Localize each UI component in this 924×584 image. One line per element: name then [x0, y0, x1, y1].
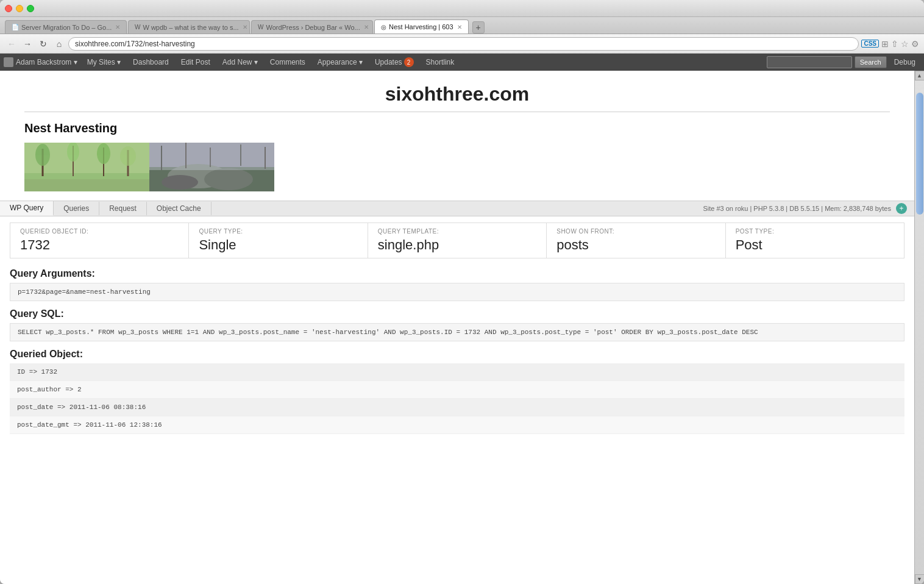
stat-value-query-template: single.php — [378, 237, 536, 253]
wp-admin-appearance[interactable]: Appearance ▾ — [311, 54, 369, 71]
my-sites-label: My Sites ▾ — [87, 58, 121, 66]
stat-label-query-type: QUERY TYPE: — [199, 228, 357, 235]
svg-point-3 — [35, 144, 50, 166]
svg-point-15 — [162, 175, 198, 190]
post-content: Nest Harvesting — [0, 112, 914, 201]
new-tab-button[interactable]: + — [472, 21, 485, 34]
query-sql-title: Query SQL: — [10, 308, 904, 319]
svg-point-14 — [204, 168, 253, 190]
tab-icon: 📄 — [12, 24, 19, 30]
tab-close-icon[interactable]: ✕ — [115, 24, 120, 30]
tab-server-migration[interactable]: 📄 Server Migration To Do – Go... ✕ — [5, 20, 127, 34]
user-avatar — [4, 57, 13, 67]
tab-icon: ◎ — [381, 24, 386, 30]
debug-expand-button[interactable]: + — [896, 203, 907, 214]
share-icon[interactable]: ⇧ — [891, 39, 898, 49]
close-button[interactable] — [5, 5, 12, 12]
stat-post-type: POST TYPE: Post — [726, 223, 904, 258]
tab-label: WordPress › Debug Bar « Wo... — [266, 24, 360, 31]
stat-queried-object-id: QUERIED OBJECT ID: 1732 — [10, 223, 189, 258]
debug-tab-wp-query[interactable]: WP Query — [0, 201, 54, 216]
refresh-button[interactable]: ↻ — [37, 37, 50, 51]
scrollbar-down-arrow[interactable]: ▼ — [915, 574, 925, 584]
settings-icon[interactable]: ⚙ — [911, 39, 919, 49]
tab-close-icon[interactable]: ✕ — [457, 24, 462, 30]
debug-tab-object-cache-label: Object Cache — [157, 204, 201, 213]
stat-label-show-on-front: SHOW ON FRONT: — [556, 228, 715, 235]
wp-search-area: Search Debug — [763, 54, 924, 71]
window-controls — [5, 5, 34, 12]
site-header: sixohthree.com — [24, 71, 890, 112]
debug-tabs: WP Query Queries Request Object Cache Si… — [0, 201, 914, 216]
wp-admin-add-new[interactable]: Add New ▾ — [216, 54, 264, 71]
wp-admin-user[interactable]: Adam Backstrom ▾ — [0, 54, 81, 71]
scrollbar-track[interactable] — [915, 80, 924, 574]
post-title: Nest Harvesting — [24, 121, 890, 135]
stat-value-queried-object-id: 1732 — [20, 237, 179, 253]
svg-rect-21 — [149, 143, 274, 170]
tab-close-icon[interactable]: ✕ — [364, 24, 369, 30]
stat-label-queried-object-id: QUERIED OBJECT ID: — [20, 228, 179, 235]
tab-debug-bar[interactable]: W WordPress › Debug Bar « Wo... ✕ — [251, 20, 373, 34]
star-icon[interactable]: ☆ — [901, 39, 909, 49]
stat-label-query-template: QUERY TEMPLATE: — [378, 228, 536, 235]
debug-tab-object-cache[interactable]: Object Cache — [147, 202, 211, 215]
grid-icon[interactable]: ⊞ — [881, 39, 889, 49]
debug-tab-queries-label: Queries — [63, 204, 89, 213]
tab-close-icon[interactable]: ✕ — [243, 24, 247, 30]
site-title: sixohthree.com — [24, 83, 890, 105]
stat-value-show-on-front: posts — [556, 237, 715, 253]
site-info-text: Site #3 on roku | PHP 5.3.8 | DB 5.5.15 … — [703, 205, 891, 212]
wp-admin-dashboard[interactable]: Dashboard — [127, 54, 175, 71]
forward-button[interactable]: → — [21, 37, 34, 51]
debug-content: QUERIED OBJECT ID: 1732 QUERY TYPE: Sing… — [0, 216, 914, 440]
tab-icon: W — [258, 24, 263, 30]
stat-value-post-type: Post — [736, 237, 894, 253]
post-images — [24, 143, 890, 191]
wp-admin-comments[interactable]: Comments — [264, 54, 311, 71]
query-arguments-value: p=1732&page=&name=nest-harvesting — [10, 283, 904, 301]
user-name: Adam Backstrom ▾ — [16, 58, 77, 66]
queried-object-title: Queried Object: — [10, 349, 904, 360]
address-bar[interactable]: sixohthree.com/1732/nest-harvesting — [68, 37, 859, 51]
minimize-button[interactable] — [16, 5, 23, 12]
home-button[interactable]: ⌂ — [52, 37, 66, 51]
tab-nest-harvesting[interactable]: ◎ Nest Harvesting | 603 ✕ — [374, 20, 469, 34]
back-button[interactable]: ← — [5, 37, 18, 51]
data-row-post-author: post_author => 2 — [10, 381, 904, 399]
right-scrollbar[interactable]: ▲ ▼ — [914, 71, 924, 584]
address-text: sixohthree.com/1732/nest-harvesting — [75, 40, 195, 48]
main-scroll-wrapper[interactable]: sixohthree.com Nest Harvesting — [0, 71, 914, 584]
debug-tab-wp-query-label: WP Query — [10, 204, 43, 212]
scrollbar-up-arrow[interactable]: ▲ — [915, 71, 925, 80]
wp-admin-updates[interactable]: Updates 2 — [369, 54, 420, 71]
wp-search-button[interactable]: Search — [855, 56, 887, 68]
tab-wpdb[interactable]: W W wpdb – what is the way to s... ✕ — [128, 20, 250, 34]
tab-label: Server Migration To Do – Go... — [21, 24, 112, 31]
query-sql-value: SELECT wp_3_posts.* FROM wp_3_posts WHER… — [10, 323, 904, 341]
debug-site-info: Site #3 on roku | PHP 5.3.8 | DB 5.5.15 … — [695, 203, 914, 214]
debug-tab-request[interactable]: Request — [99, 202, 147, 215]
stat-query-type: QUERY TYPE: Single — [189, 223, 368, 258]
wp-debug-button[interactable]: Debug — [889, 58, 920, 66]
tab-icon: W — [135, 24, 140, 30]
browser-window: 📄 Server Migration To Do – Go... ✕ W W w… — [0, 0, 924, 584]
add-new-label: Add New ▾ — [222, 58, 258, 66]
scrollbar-thumb[interactable] — [916, 93, 923, 215]
wp-admin-edit-post[interactable]: Edit Post — [175, 54, 216, 71]
debug-tab-queries[interactable]: Queries — [54, 202, 99, 215]
maximize-button[interactable] — [27, 5, 34, 12]
data-row-id: ID => 1732 — [10, 363, 904, 381]
query-stats: QUERIED OBJECT ID: 1732 QUERY TYPE: Sing… — [10, 223, 904, 258]
wp-search-input[interactable] — [767, 56, 852, 68]
tabs-bar: 📄 Server Migration To Do – Go... ✕ W W w… — [0, 17, 924, 34]
shortlink-label: Shortlink — [426, 58, 455, 66]
tab-label: W wpdb – what is the way to s... — [143, 24, 238, 31]
stat-value-query-type: Single — [199, 237, 357, 253]
updates-badge: 2 — [404, 57, 414, 67]
comments-label: Comments — [270, 58, 305, 66]
stat-show-on-front: SHOW ON FRONT: posts — [547, 223, 725, 258]
wp-admin-my-sites[interactable]: My Sites ▾ — [81, 54, 127, 71]
query-arguments-title: Query Arguments: — [10, 268, 904, 279]
wp-admin-shortlink[interactable]: Shortlink — [420, 54, 461, 71]
